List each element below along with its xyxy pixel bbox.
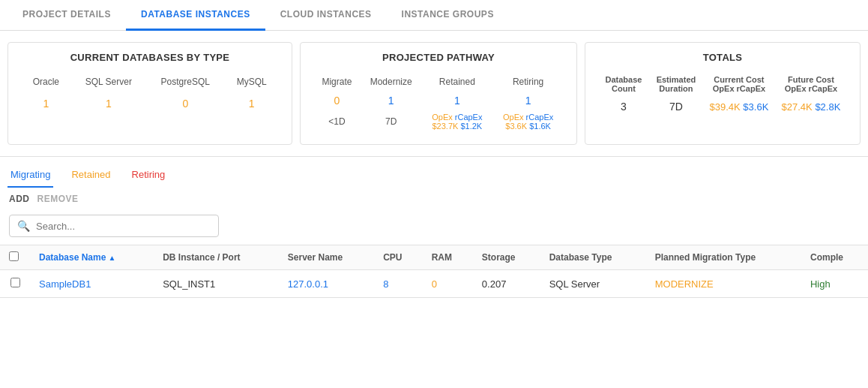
sub-migrate-duration: <1D: [314, 111, 360, 134]
tab-instance-groups[interactable]: INSTANCE GROUPS: [387, 0, 509, 31]
table-row: SampleDB1 SQL_INST1 127.0.0.1 8 0 0.207 …: [0, 270, 868, 298]
totals-future-cost: $27.4K $2.8K: [776, 96, 846, 117]
totals-current-cost: $39.4K $3.6K: [704, 96, 774, 117]
data-table: Database Name ▲ DB Instance / Port Serve…: [0, 245, 868, 298]
col-future-cost: Future Cost OpEx rCapEx: [776, 74, 846, 95]
future-opex: $27.4K: [782, 101, 813, 113]
card-totals: TOTALS Database Count Estimated Duration…: [585, 42, 861, 145]
th-select-all[interactable]: [0, 245, 30, 270]
totals-db-count: 3: [599, 96, 648, 117]
sub-modernize-duration: 7D: [361, 111, 421, 134]
cell-complexity: High: [801, 270, 868, 298]
current-opex: $39.4K: [710, 101, 741, 113]
th-db-name[interactable]: Database Name ▲: [30, 245, 154, 270]
tab-database-instances[interactable]: DATABASE INSTANCES: [126, 0, 265, 31]
col-migrate: Migrate: [314, 74, 360, 90]
totals-table: Database Count Estimated Duration Curren…: [597, 72, 848, 119]
search-row: 🔍: [0, 210, 868, 245]
th-cpu[interactable]: CPU: [374, 245, 423, 270]
val-mysql: 1: [225, 92, 278, 116]
tab-cloud-instances[interactable]: CLOUD INSTANCES: [265, 0, 387, 31]
row-checkbox-cell[interactable]: [0, 270, 30, 298]
search-input[interactable]: [36, 221, 211, 232]
val-migrate: 0: [314, 92, 360, 110]
future-rcapex: $2.8K: [815, 101, 840, 113]
cell-db-type: SQL Server: [540, 270, 646, 298]
col-mysql: MySQL: [225, 74, 278, 90]
sort-arrow-icon: ▲: [108, 254, 115, 262]
card-totals-title: TOTALS: [597, 52, 848, 63]
th-db-instance[interactable]: DB Instance / Port: [154, 245, 279, 270]
col-est-duration: Estimated Duration: [650, 74, 702, 95]
db-type-table: Oracle SQL Server PostgreSQL MySQL 1 1 0…: [20, 72, 280, 117]
sub-retained-cost: OpEx rCapEx $23.7K $1.2K: [422, 111, 492, 134]
col-postgresql: PostgreSQL: [147, 74, 223, 90]
remove-button[interactable]: REMOVE: [37, 194, 79, 204]
val-sqlserver: 1: [72, 92, 145, 116]
card-current-db-title: CURRENT DATABASES BY TYPE: [20, 52, 280, 63]
search-box: 🔍: [9, 215, 219, 237]
th-complexity[interactable]: Comple: [801, 245, 868, 270]
th-db-type[interactable]: Database Type: [540, 245, 646, 270]
col-current-cost: Current Cost OpEx rCapEx: [704, 74, 774, 95]
pathway-table: Migrate Modernize Retained Retiring 0 1 …: [313, 72, 564, 135]
col-sqlserver: SQL Server: [72, 74, 145, 90]
card-current-databases: CURRENT DATABASES BY TYPE Oracle SQL Ser…: [7, 42, 292, 145]
cell-migration-type: MODERNIZE: [646, 270, 801, 298]
col-db-count: Database Count: [599, 74, 648, 95]
cell-db-instance: SQL_INST1: [154, 270, 279, 298]
th-ram[interactable]: RAM: [423, 245, 473, 270]
row-checkbox[interactable]: [10, 278, 20, 287]
search-icon: 🔍: [17, 220, 30, 232]
cell-db-name: SampleDB1: [30, 270, 154, 298]
cell-ram: 0: [423, 270, 473, 298]
sub-tabs: Migrating Retained Retiring: [0, 157, 868, 188]
th-storage[interactable]: Storage: [473, 245, 540, 270]
val-postgresql: 0: [147, 92, 223, 116]
card-projected-pathway: PROJECTED PATHWAY Migrate Modernize Reta…: [300, 42, 577, 145]
tab-project-details[interactable]: PROJECT DETAILS: [7, 0, 126, 31]
cell-server-name: 127.0.0.1: [279, 270, 374, 298]
col-modernize: Modernize: [361, 74, 421, 90]
sub-tab-retained[interactable]: Retained: [68, 164, 113, 188]
val-retiring-count: 1: [493, 92, 563, 110]
col-oracle: Oracle: [22, 74, 70, 90]
card-projected-title: PROJECTED PATHWAY: [313, 52, 564, 63]
val-retained-count: 1: [422, 92, 492, 110]
col-retained: Retained: [422, 74, 492, 90]
sub-tab-migrating[interactable]: Migrating: [7, 164, 53, 188]
current-rcapex: $3.6K: [743, 101, 768, 113]
th-migration-type[interactable]: Planned Migration Type: [646, 245, 801, 270]
cell-storage: 0.207: [473, 270, 540, 298]
col-retiring: Retiring: [493, 74, 563, 90]
action-row: ADD REMOVE: [0, 188, 868, 210]
add-button[interactable]: ADD: [9, 194, 30, 204]
nav-tabs: PROJECT DETAILS DATABASE INSTANCES CLOUD…: [0, 0, 868, 31]
sub-retiring-cost: OpEx rCapEx $3.6K $1.6K: [493, 111, 563, 134]
val-modernize: 1: [361, 92, 421, 110]
sub-tab-retiring[interactable]: Retiring: [129, 164, 169, 188]
select-all-checkbox[interactable]: [9, 251, 19, 261]
cards-row: CURRENT DATABASES BY TYPE Oracle SQL Ser…: [0, 31, 868, 157]
th-server-name[interactable]: Server Name: [279, 245, 374, 270]
totals-duration: 7D: [650, 96, 702, 117]
val-oracle: 1: [22, 92, 70, 116]
cell-cpu: 8: [374, 270, 423, 298]
